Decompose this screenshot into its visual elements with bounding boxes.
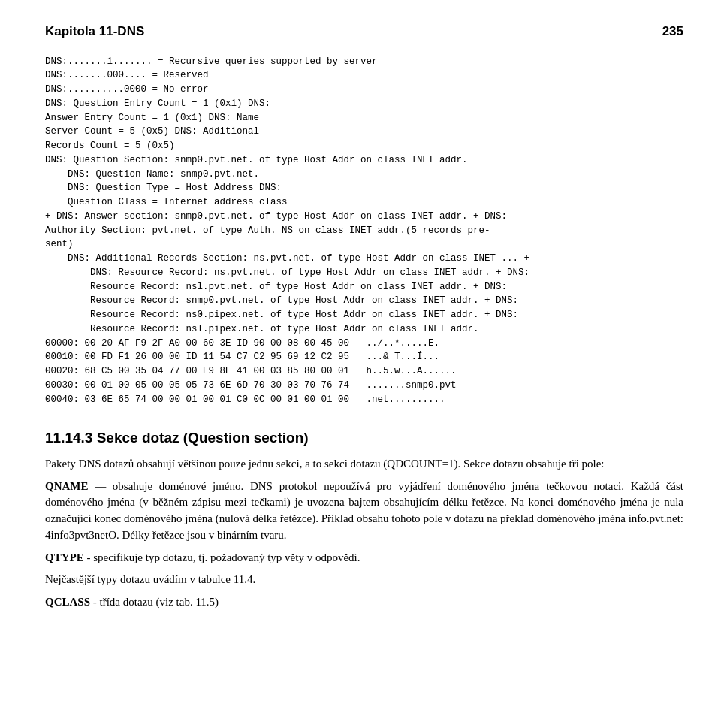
page-header: Kapitola 11-DNS 235 (45, 23, 683, 41)
term-qtype: QTYPE (45, 551, 84, 563)
term-qname: QNAME (45, 480, 89, 492)
chapter-title: Kapitola 11-DNS (45, 23, 144, 41)
paragraph-3: QTYPE - specifikuje typ dotazu, tj. poža… (45, 550, 683, 566)
paragraph-5: QCLASS - třída dotazu (viz tab. 11.5) (45, 594, 683, 611)
paragraph-1: Pakety DNS dotazů obsahují většinou pouz… (45, 456, 683, 473)
section-heading: 11.14.3 Sekce dotaz (Question section) (45, 427, 683, 449)
term-qclass: QCLASS (45, 596, 90, 608)
paragraph-2: QNAME — obsahuje doménové jméno. DNS pro… (45, 479, 683, 544)
paragraph-4: Nejčastější typy dotazu uvádím v tabulce… (45, 572, 683, 588)
code-block: DNS:.......1....... = Recursive queries … (45, 55, 683, 407)
page-number: 235 (662, 23, 683, 41)
